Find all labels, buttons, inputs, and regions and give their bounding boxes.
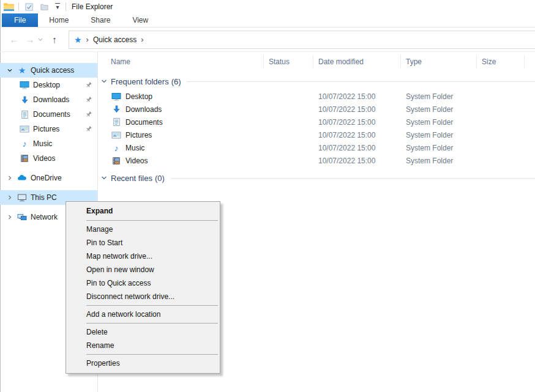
qat-customize-dropdown-icon[interactable]: ▾ <box>54 3 61 10</box>
menu-item-disconnect-network-drive[interactable]: Disconnect network drive... <box>66 290 220 303</box>
column-header-name[interactable]: Name <box>98 55 264 68</box>
menu-item-pin-to-quick-access[interactable]: Pin to Quick access <box>66 276 220 290</box>
file-explorer-logo-icon <box>3 1 14 12</box>
sidebar-item-desktop[interactable]: Desktop <box>0 78 97 92</box>
group-header-frequent-folders[interactable]: Frequent folders (6) <box>101 75 535 87</box>
this-pc-monitor-icon <box>17 193 27 202</box>
documents-icon <box>20 109 29 119</box>
menu-item-expand[interactable]: Expand <box>66 204 220 218</box>
menu-item-rename[interactable]: Rename <box>66 339 220 352</box>
file-name: Documents <box>125 118 163 127</box>
sidebar-item-pictures[interactable]: Pictures <box>0 122 97 136</box>
file-name: Music <box>125 144 144 152</box>
file-type: System Folder <box>401 157 477 165</box>
menu-item-pin-to-start[interactable]: Pin to Start <box>66 236 220 250</box>
breadcrumb-quick-access[interactable]: Quick access <box>93 35 137 44</box>
file-row-videos[interactable]: Videos 10/07/2022 15:00 System Folder <box>98 154 535 167</box>
sidebar-item-label: OneDrive <box>31 174 62 182</box>
sidebar-item-onedrive[interactable]: OneDrive <box>0 171 97 185</box>
group-label: Recent files <box>111 174 152 183</box>
column-header-status[interactable]: Status <box>264 55 313 68</box>
file-type: System Folder <box>401 92 477 101</box>
menu-item-add-a-network-location[interactable]: Add a network location <box>66 308 220 321</box>
sidebar-item-label: Quick access <box>31 66 74 75</box>
file-date-modified: 10/07/2022 15:00 <box>313 157 401 165</box>
file-name: Videos <box>125 157 148 165</box>
menu-item-open-in-new-window[interactable]: Open in new window <box>66 263 220 276</box>
sidebar-item-downloads[interactable]: Downloads <box>0 92 97 107</box>
menu-item-properties[interactable]: Properties <box>66 357 220 370</box>
sidebar-item-label: Pictures <box>33 125 59 133</box>
breadcrumb-chevron-icon[interactable]: › <box>86 35 89 43</box>
tab-home[interactable]: Home <box>38 13 80 27</box>
group-count: (0) <box>155 174 165 183</box>
tab-share[interactable]: Share <box>80 13 121 27</box>
menu-item-manage[interactable]: Manage <box>66 223 220 236</box>
chevron-right-icon[interactable] <box>5 212 15 222</box>
forward-icon[interactable]: → <box>22 35 38 44</box>
pin-icon <box>85 125 92 133</box>
sidebar-item-documents[interactable]: Documents <box>0 107 97 122</box>
chevron-right-icon[interactable] <box>5 193 15 202</box>
menu-item-map-network-drive[interactable]: Map network drive... <box>66 250 220 263</box>
group-header-recent-files[interactable]: Recent files (0) <box>101 172 535 184</box>
column-header-date-modified[interactable]: Date modified <box>313 55 401 68</box>
file-type: System Folder <box>401 105 477 114</box>
network-icon <box>17 212 27 222</box>
music-note-icon: ♪ <box>111 143 121 153</box>
file-row-music[interactable]: ♪Music 10/07/2022 15:00 System Folder <box>98 141 535 154</box>
videos-icon <box>111 156 121 166</box>
sidebar-item-music[interactable]: ♪ Music <box>0 136 97 151</box>
window-title: File Explorer <box>72 2 113 11</box>
qat-separator <box>18 2 19 11</box>
tab-view[interactable]: View <box>121 13 159 27</box>
menu-separator <box>86 323 218 324</box>
sidebar-item-quick-access[interactable]: ★ Quick access <box>0 63 97 78</box>
recent-locations-chevron-icon[interactable] <box>38 38 47 42</box>
chevron-down-icon[interactable] <box>5 65 15 75</box>
chevron-right-icon[interactable] <box>5 173 15 183</box>
file-explorer-window: ▾ File Explorer File Home Share View ← →… <box>0 0 535 392</box>
menu-item-delete[interactable]: Delete <box>66 325 220 339</box>
pin-icon <box>85 96 92 103</box>
file-row-pictures[interactable]: Pictures 10/07/2022 15:00 System Folder <box>98 128 535 141</box>
pictures-icon <box>111 130 121 140</box>
file-name: Pictures <box>125 131 152 139</box>
file-name: Desktop <box>125 92 152 101</box>
column-header-type[interactable]: Type <box>401 55 477 68</box>
downloads-icon <box>20 95 29 105</box>
address-bar[interactable]: ★ › Quick access › <box>69 31 535 49</box>
file-name: Downloads <box>125 105 162 114</box>
breadcrumb-chevron-icon[interactable]: › <box>141 35 143 43</box>
file-type: System Folder <box>401 144 477 152</box>
qat-properties-icon[interactable] <box>23 1 34 12</box>
pin-icon <box>85 81 92 89</box>
column-header-row: Name Status Date modified Type Size <box>98 54 535 69</box>
qat-new-folder-icon[interactable] <box>39 1 50 12</box>
group-label: Frequent folders <box>111 77 169 86</box>
chevron-down-icon <box>101 78 107 84</box>
tab-file[interactable]: File <box>2 13 38 27</box>
title-bar: ▾ File Explorer <box>0 0 535 13</box>
onedrive-cloud-icon <box>17 173 27 183</box>
sidebar-item-label: This PC <box>31 193 57 202</box>
back-icon[interactable]: ← <box>6 35 22 44</box>
ribbon-tab-bar: File Home Share View <box>0 13 535 28</box>
sidebar-item-label: Network <box>31 213 58 221</box>
sidebar-item-label: Desktop <box>33 81 60 89</box>
music-note-icon: ♪ <box>20 139 29 149</box>
file-date-modified: 10/07/2022 15:00 <box>313 144 401 152</box>
quick-access-star-icon: ★ <box>74 35 82 44</box>
file-row-downloads[interactable]: Downloads 10/07/2022 15:00 System Folder <box>98 103 535 116</box>
desktop-icon <box>20 80 29 90</box>
column-header-size[interactable]: Size <box>477 55 525 68</box>
file-row-desktop[interactable]: Desktop 10/07/2022 15:00 System Folder <box>98 90 535 103</box>
file-row-documents[interactable]: Documents 10/07/2022 15:00 System Folder <box>98 116 535 128</box>
this-pc-context-menu: Expand Manage Pin to Start Map network d… <box>65 201 220 374</box>
frequent-folders-rows: Desktop 10/07/2022 15:00 System Folder D… <box>98 90 535 167</box>
column-header-filler <box>525 55 535 68</box>
sidebar-item-videos[interactable]: Videos <box>0 151 97 166</box>
up-icon[interactable]: ↑ <box>47 35 62 44</box>
file-type: System Folder <box>401 118 477 127</box>
documents-icon <box>111 117 121 127</box>
